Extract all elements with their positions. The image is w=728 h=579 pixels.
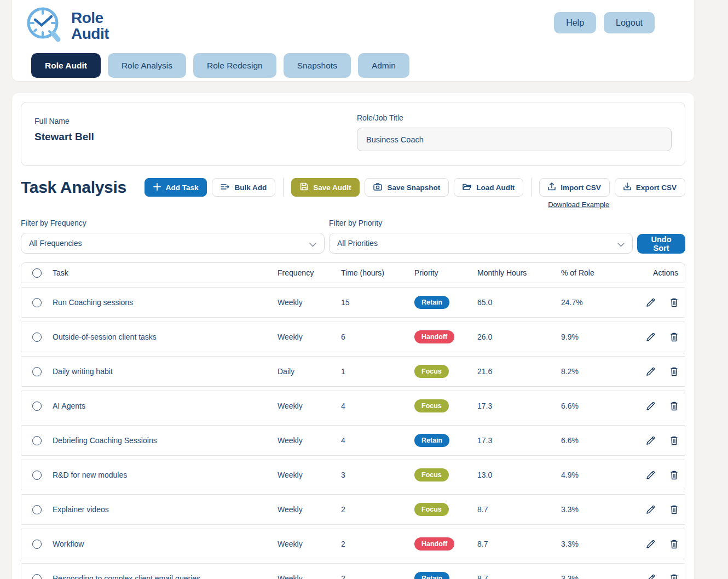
row-checkbox-cell <box>21 298 53 307</box>
task-percent-of-role: 3.3% <box>561 574 627 579</box>
role-title-label: Role/Job Title <box>357 113 672 122</box>
tab-snapshots[interactable]: Snapshots <box>284 53 351 78</box>
task-actions <box>627 574 685 579</box>
save-snapshot-button[interactable]: Save Snapshot <box>365 178 449 197</box>
export-csv-button[interactable]: Export CSV <box>615 178 685 197</box>
delete-icon[interactable] <box>670 333 678 342</box>
edit-icon[interactable] <box>646 367 655 376</box>
row-checkbox[interactable] <box>32 505 42 514</box>
delete-icon[interactable] <box>670 471 678 480</box>
row-checkbox-cell <box>21 436 53 445</box>
priority-filter-label: Filter by Priority <box>329 219 633 227</box>
download-example-link[interactable]: Download Example <box>548 200 609 209</box>
task-time-hours: 4 <box>341 402 414 410</box>
table-row: Responding to complex client email queri… <box>21 563 685 579</box>
task-priority-cell: Focus <box>414 468 477 481</box>
help-button[interactable]: Help <box>554 12 596 33</box>
task-priority-cell: Focus <box>414 365 477 378</box>
logout-button[interactable]: Logout <box>604 12 655 33</box>
row-checkbox[interactable] <box>32 298 42 307</box>
priority-badge: Retain <box>414 572 449 579</box>
row-checkbox[interactable] <box>32 471 42 480</box>
row-checkbox-cell <box>21 505 53 514</box>
add-task-button[interactable]: Add Task <box>145 178 207 197</box>
camera-icon <box>373 183 382 192</box>
task-monthly-hours: 21.6 <box>477 367 561 376</box>
select-all-checkbox[interactable] <box>32 268 42 278</box>
task-actions <box>627 367 685 376</box>
task-name: AI Agents <box>53 402 278 410</box>
full-name-label: Full Name <box>34 117 357 125</box>
priority-filter-select[interactable]: All Priorities <box>329 233 633 254</box>
tab-role-audit[interactable]: Role Audit <box>31 53 101 78</box>
delete-icon[interactable] <box>670 436 678 445</box>
row-checkbox-cell <box>21 540 53 549</box>
edit-icon[interactable] <box>646 574 655 579</box>
tab-role-redesign[interactable]: Role Redesign <box>193 53 276 78</box>
row-checkbox[interactable] <box>32 574 42 579</box>
task-priority-cell: Retain <box>414 296 477 309</box>
column-header-percent-of-role: % of Role <box>561 268 627 277</box>
priority-badge: Focus <box>414 365 449 378</box>
task-monthly-hours: 65.0 <box>477 298 561 307</box>
edit-icon[interactable] <box>646 471 655 480</box>
tab-role-analysis[interactable]: Role Analysis <box>108 53 186 78</box>
edit-icon[interactable] <box>646 298 655 307</box>
frequency-filter-select[interactable]: All Frequencies <box>21 233 325 254</box>
edit-icon[interactable] <box>646 540 655 549</box>
undo-sort-button[interactable]: Undo Sort <box>637 234 685 254</box>
row-checkbox[interactable] <box>32 436 42 445</box>
task-frequency: Weekly <box>278 436 341 445</box>
bulk-add-button[interactable]: Bulk Add <box>212 178 275 197</box>
delete-icon[interactable] <box>670 540 678 549</box>
task-percent-of-role: 3.3% <box>561 505 627 514</box>
save-icon <box>300 182 308 192</box>
row-checkbox-cell <box>21 367 53 376</box>
edit-icon[interactable] <box>646 402 655 411</box>
priority-badge: Handoff <box>414 537 454 551</box>
task-frequency: Daily <box>278 367 341 376</box>
row-checkbox-cell <box>21 333 53 342</box>
delete-icon[interactable] <box>670 402 678 411</box>
import-csv-button[interactable]: Import CSV <box>539 178 610 197</box>
priority-badge: Handoff <box>414 330 454 343</box>
row-checkbox[interactable] <box>32 367 42 376</box>
table-row: R&D for new modulesWeekly3Focus13.04.9% <box>21 460 685 490</box>
delete-icon[interactable] <box>670 574 678 579</box>
task-frequency: Weekly <box>278 402 341 410</box>
task-time-hours: 4 <box>341 436 414 445</box>
delete-icon[interactable] <box>670 298 678 307</box>
row-checkbox[interactable] <box>32 333 42 342</box>
role-title-input[interactable] <box>357 128 672 151</box>
column-header-time: Time (hours) <box>341 268 414 277</box>
app-window: Role Audit Help Logout Role Audit Role A… <box>0 0 728 579</box>
task-name: Daily writing habit <box>53 367 278 376</box>
table-row: Run Coaching sessionsWeekly15Retain65.02… <box>21 287 685 318</box>
table-row: Outside-of-session client tasksWeekly6Ha… <box>21 322 685 352</box>
save-audit-button[interactable]: Save Audit <box>291 178 360 197</box>
load-audit-button[interactable]: Load Audit <box>454 178 523 197</box>
edit-icon[interactable] <box>646 436 655 445</box>
task-monthly-hours: 17.3 <box>477 436 561 445</box>
task-time-hours: 6 <box>341 333 414 341</box>
task-percent-of-role: 8.2% <box>561 367 627 376</box>
row-checkbox[interactable] <box>32 540 42 549</box>
task-monthly-hours: 17.3 <box>477 402 561 410</box>
delete-icon[interactable] <box>670 367 678 376</box>
main-content: Full Name Stewart Bell Role/Job Title Ta… <box>12 93 694 579</box>
tab-admin[interactable]: Admin <box>358 53 409 78</box>
table-row: AI AgentsWeekly4Focus17.36.6% <box>21 391 685 421</box>
edit-icon[interactable] <box>646 333 655 342</box>
task-priority-cell: Retain <box>414 434 477 447</box>
task-priority-cell: Handoff <box>414 537 477 551</box>
priority-badge: Focus <box>414 503 449 516</box>
delete-icon[interactable] <box>670 505 678 514</box>
row-checkbox[interactable] <box>32 402 42 411</box>
chevron-down-icon <box>309 240 316 249</box>
edit-icon[interactable] <box>646 505 655 514</box>
task-time-hours: 15 <box>341 298 414 307</box>
task-priority-cell: Handoff <box>414 330 477 343</box>
column-header-frequency: Frequency <box>278 268 341 277</box>
task-frequency: Weekly <box>278 298 341 307</box>
column-header-priority: Priority <box>414 268 477 277</box>
